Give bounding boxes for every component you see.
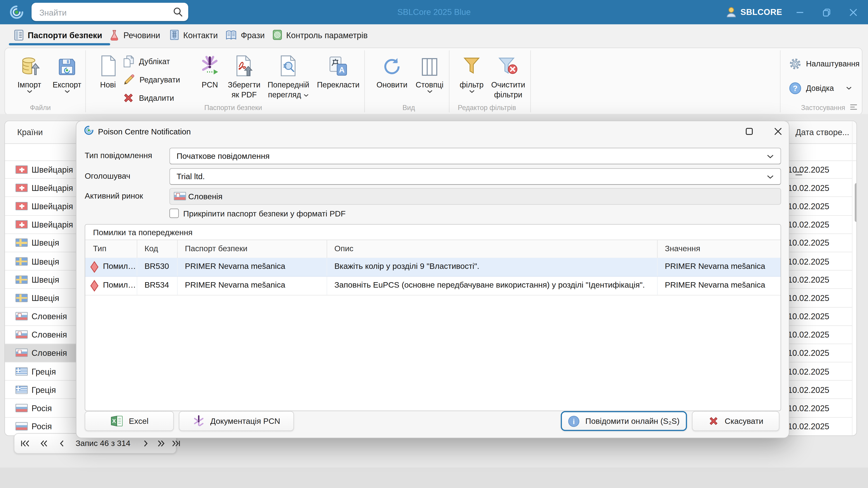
preview-label: Попередній перегляд xyxy=(265,80,312,100)
date-value: 10.02.2025 xyxy=(788,165,829,174)
help-button[interactable]: ? Довідка xyxy=(789,81,852,95)
date-row[interactable]: 10.02.2025 xyxy=(788,399,852,418)
col-header-code[interactable]: Код xyxy=(145,244,158,253)
tab-parameter-control[interactable]: Контроль параметрів xyxy=(272,24,368,45)
restore-button[interactable] xyxy=(814,0,839,24)
notification-type-label: Тип повідомлення xyxy=(85,151,152,160)
error-value: PRIMER Nevarna mešanica xyxy=(665,281,778,289)
date-row[interactable]: 10.02.2025 xyxy=(788,381,852,399)
country-name: Росія xyxy=(32,422,52,431)
columns-button[interactable]: Стовпці xyxy=(410,52,450,105)
country-flag-icon xyxy=(16,404,28,412)
date-row[interactable]: 10.02.2025 xyxy=(788,197,852,216)
attach-pdf-label: Прикріпити паспорт безпеки у форматі PDF xyxy=(183,209,346,218)
date-row[interactable]: 10.02.2025 xyxy=(788,160,852,179)
group-label-filter-editor: Редактор фільтрів xyxy=(458,104,516,111)
target-icon xyxy=(272,29,282,40)
pcn-documentation-button[interactable]: Документація PCN xyxy=(179,411,294,431)
next-record-button[interactable] xyxy=(140,437,152,449)
vertical-scrollbar[interactable] xyxy=(855,183,857,222)
import-button[interactable]: Імпорт xyxy=(9,52,49,105)
notify-online-label: Повідомити онлайн (S₂S) xyxy=(585,417,680,425)
country-flag-icon xyxy=(16,184,28,192)
country-flag-icon xyxy=(16,386,28,394)
first-record-button[interactable] xyxy=(19,437,31,449)
cancel-button[interactable]: Скасувати xyxy=(692,411,779,431)
user-avatar-icon[interactable] xyxy=(725,5,738,19)
date-value: 10.02.2025 xyxy=(788,256,829,266)
prev-record-button[interactable] xyxy=(55,437,68,449)
excel-button[interactable]: X Excel xyxy=(85,411,174,431)
col-header-value[interactable]: Значення xyxy=(665,244,700,253)
chevron-down-icon xyxy=(26,90,32,94)
tab-substances[interactable]: Речовини xyxy=(109,24,160,45)
info-icon: i xyxy=(568,415,580,427)
translate-button[interactable]: A Перекласти xyxy=(318,52,358,105)
date-row[interactable]: 10.02.2025 xyxy=(788,252,852,271)
date-row[interactable]: 10.02.2025 xyxy=(788,271,852,289)
col-header-sds[interactable]: Паспорт безпеки xyxy=(185,244,248,253)
minimize-button[interactable] xyxy=(787,0,813,24)
notifier-value: Trial ltd. xyxy=(177,172,205,181)
edit-button[interactable]: Редагувати xyxy=(122,73,180,86)
error-row[interactable]: Помил… BR530 PRIMER Nevarna mešanica Вка… xyxy=(85,258,780,276)
date-row[interactable]: 10.02.2025 xyxy=(788,344,852,362)
country-name: Швеція xyxy=(32,256,59,266)
group-options-icon[interactable] xyxy=(850,104,857,110)
prev-page-button[interactable] xyxy=(38,437,50,449)
chevron-down-icon xyxy=(64,90,70,94)
country-name: Швейцарія xyxy=(32,201,73,211)
notification-type-select[interactable]: Початкове повідомлення xyxy=(169,148,781,164)
export-label: Експорт xyxy=(53,80,81,90)
column-header-countries[interactable]: Країни xyxy=(17,127,43,137)
date-row[interactable]: 10.02.2025 xyxy=(788,216,852,234)
date-row[interactable]: 10.02.2025 xyxy=(788,418,852,436)
date-row[interactable]: 10.02.2025 xyxy=(788,362,852,381)
col-header-description[interactable]: Опис xyxy=(334,244,353,253)
settings-button[interactable]: Налаштування xyxy=(789,57,860,70)
save-as-pdf-button[interactable]: Зберегти як PDF xyxy=(224,52,264,105)
new-button[interactable]: Нові xyxy=(88,52,128,105)
dialog-maximize-button[interactable] xyxy=(741,124,757,138)
tab-safety-data-sheets[interactable]: Паспорти безпеки xyxy=(14,24,102,45)
date-row[interactable]: 10.02.2025 xyxy=(788,307,852,326)
date-value: 10.02.2025 xyxy=(788,385,829,394)
duplicate-label: Дублікат xyxy=(139,57,170,66)
dialog-close-button[interactable] xyxy=(770,124,786,138)
col-header-type[interactable]: Тип xyxy=(93,244,106,253)
error-row[interactable]: Помил… BR534 PRIMER Nevarna mešanica Зап… xyxy=(85,276,780,295)
error-type: Помил… xyxy=(103,281,136,289)
pcn-dialog: Poison Centre Notification Тип повідомле… xyxy=(76,121,789,438)
attach-pdf-checkbox[interactable] xyxy=(169,208,179,218)
country-flag-icon xyxy=(16,165,28,173)
filter-funnel-icon xyxy=(462,53,482,77)
tab-phrases[interactable]: Фрази xyxy=(225,24,265,45)
filter-label: фільтр xyxy=(460,80,484,90)
preview-button[interactable]: Попередній перегляд xyxy=(269,52,308,105)
chevron-down-icon xyxy=(469,90,475,94)
date-row[interactable]: 10.02.2025 xyxy=(788,326,852,344)
notifier-select[interactable]: Trial ltd. xyxy=(169,168,781,185)
logged-in-user[interactable]: SBLCORE xyxy=(741,7,782,17)
close-button[interactable] xyxy=(840,0,866,24)
help-icon: ? xyxy=(789,82,802,94)
column-header-created-date[interactable]: Дата створе... xyxy=(796,127,849,137)
chevron-down-icon xyxy=(427,90,433,94)
chevron-down-icon xyxy=(767,154,774,159)
last-record-button[interactable] xyxy=(172,437,180,449)
date-row[interactable]: 10.02.2025 xyxy=(788,179,852,197)
translate-icon: A xyxy=(328,53,349,77)
date-value: 10.02.2025 xyxy=(788,293,829,303)
delete-button[interactable]: Видалити xyxy=(122,91,174,105)
refresh-button[interactable]: Оновити xyxy=(372,52,412,105)
filter-button[interactable]: фільтр xyxy=(452,52,491,105)
status-strip xyxy=(0,467,868,488)
date-row[interactable]: 10.02.2025 xyxy=(788,234,852,252)
notify-online-button[interactable]: i Повідомити онлайн (S₂S) xyxy=(561,411,687,431)
pcn-button[interactable]: PCN xyxy=(190,52,230,105)
tab-contacts[interactable]: Контакти xyxy=(169,24,218,45)
date-row[interactable]: 10.02.2025 xyxy=(788,289,852,307)
duplicate-button[interactable]: Дублікат xyxy=(122,55,170,68)
clear-filters-button[interactable]: Очистити фільтри xyxy=(488,52,528,105)
export-button[interactable]: Експорт xyxy=(47,52,87,105)
